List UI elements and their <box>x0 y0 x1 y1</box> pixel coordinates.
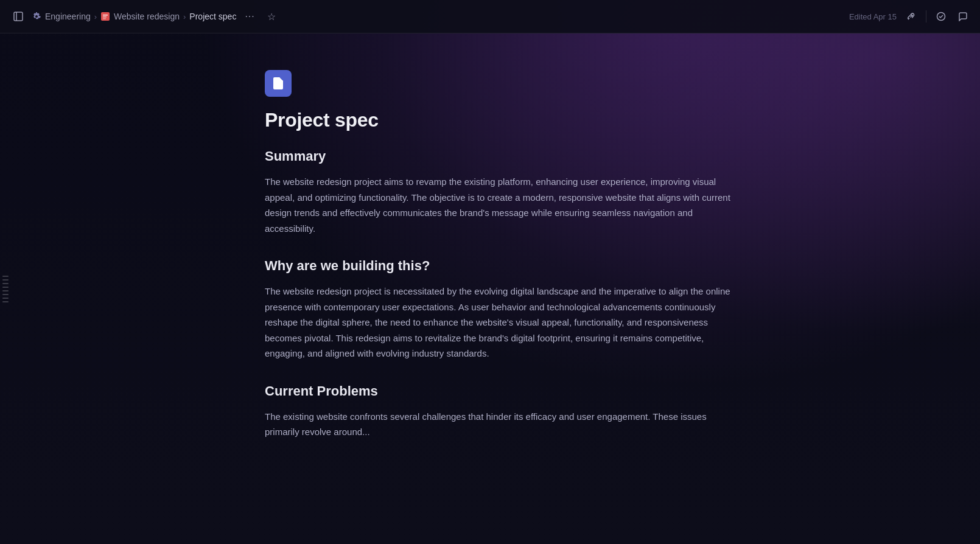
scroll-line <box>2 287 9 288</box>
gear-icon <box>32 12 41 21</box>
more-options-button[interactable]: ··· <box>241 9 258 24</box>
svg-rect-5 <box>103 18 106 19</box>
scroll-line <box>2 301 9 302</box>
breadcrumb-current-label: Project spec <box>189 12 236 21</box>
favorite-button[interactable]: ☆ <box>264 9 279 25</box>
topbar: Engineering › Website redesign › P <box>0 0 980 33</box>
breadcrumb-parent[interactable]: Website redesign <box>100 12 180 21</box>
copy-link-button[interactable] <box>904 9 919 24</box>
section-heading-summary: Summary <box>265 148 740 164</box>
section-heading-problems: Current Problems <box>265 383 740 399</box>
section-text-problems: The existing website confronts several c… <box>265 409 740 440</box>
scroll-line <box>2 283 9 284</box>
page-icon-red <box>100 12 110 21</box>
topbar-divider <box>926 10 926 23</box>
scroll-line <box>2 290 9 291</box>
section-heading-why: Why are we building this? <box>265 258 740 274</box>
document-icon <box>265 70 292 97</box>
section-text-why: The website redesign project is necessit… <box>265 284 740 361</box>
section-why-building: Why are we building this? The website re… <box>265 258 740 361</box>
breadcrumb-workspace-label: Engineering <box>45 12 91 21</box>
comments-button[interactable] <box>956 9 970 24</box>
scroll-line <box>2 294 9 295</box>
section-summary: Summary The website redesign project aim… <box>265 148 740 236</box>
scroll-line <box>2 279 9 281</box>
scroll-indicator <box>0 33 11 544</box>
breadcrumb: Engineering › Website redesign › P <box>32 12 236 21</box>
svg-rect-0 <box>14 12 23 21</box>
tasks-button[interactable] <box>934 9 948 24</box>
scroll-line <box>2 298 9 299</box>
section-current-problems: Current Problems The existing website co… <box>265 383 740 440</box>
svg-rect-4 <box>103 16 107 18</box>
section-text-summary: The website redesign project aims to rev… <box>265 174 740 236</box>
scroll-line <box>2 276 9 277</box>
sidebar-toggle-button[interactable] <box>10 9 27 24</box>
topbar-right: Edited Apr 15 <box>849 9 970 24</box>
breadcrumb-sep-2: › <box>183 12 186 21</box>
page-title: Project spec <box>265 109 740 131</box>
breadcrumb-workspace[interactable]: Engineering <box>32 12 91 21</box>
breadcrumb-sep-1: › <box>94 12 97 21</box>
edited-timestamp: Edited Apr 15 <box>849 12 897 21</box>
breadcrumb-parent-label: Website redesign <box>114 12 180 21</box>
main-content: Project spec Summary The website redesig… <box>216 33 764 544</box>
svg-rect-3 <box>103 15 108 16</box>
breadcrumb-current[interactable]: Project spec <box>189 12 236 21</box>
topbar-left: Engineering › Website redesign › P <box>10 9 279 25</box>
